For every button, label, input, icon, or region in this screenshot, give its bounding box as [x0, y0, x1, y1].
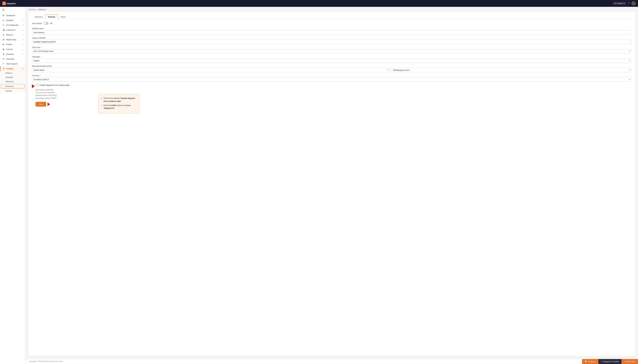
chevron-down-icon: ▾ [624, 2, 625, 4]
toggle-slider [44, 22, 49, 25]
sidebar-item-master-data[interactable]: ⊕ Master Data ▾ [0, 37, 26, 42]
sidebar-item-empower[interactable]: ⚙ Empower ▾ [0, 52, 26, 56]
instance-name-input[interactable] [32, 30, 632, 35]
hamburger-menu[interactable]: ☰ [0, 7, 26, 13]
sidebar-item-help[interactable]: ? Help+Support [0, 61, 26, 66]
timezone-select[interactable]: UTC -07:00 Pacific Time UTC -08:00 Pacif… [32, 49, 632, 54]
instance-icon: 🖥 [614, 2, 616, 4]
instance-identifier-input[interactable] [32, 40, 632, 44]
language-select[interactable]: English Spanish French [32, 58, 632, 63]
settings-icon: ⚙ [3, 68, 5, 70]
save-button[interactable]: Save [36, 102, 46, 106]
tab-settings[interactable]: Settings [45, 14, 58, 19]
tab-about[interactable]: About [58, 14, 68, 19]
help-icon[interactable]: ? [628, 2, 629, 5]
sidebar-item-resolve[interactable]: ◎ Resolve ▾ [0, 32, 26, 37]
app-layout: ☰ ⊞ Dashboard ⇄ Dataflow ▾ ✦ AI Configur… [0, 7, 638, 364]
app-logo[interactable]: S skypoint [2, 2, 16, 5]
instance-name-row: Instance name [32, 28, 632, 35]
footer-copyright: Copyright © 2024 Skypoint. All rights re… [29, 360, 63, 362]
enable-ai-label[interactable]: Enable Skypoint AI for instance data [40, 84, 69, 86]
logo-text: skypoint [7, 2, 16, 5]
breadcrumb-separator: > [36, 8, 37, 10]
currency-label: Currency * [32, 74, 632, 76]
chevron-icon: ▾ [23, 53, 23, 55]
chevron-icon: ▾ [23, 48, 23, 50]
sidebar-item-settings[interactable]: ⚙ Settings ▴ [0, 66, 26, 71]
timezone-required: * [41, 46, 41, 48]
autorefresh-status: Off [50, 22, 52, 24]
sidebar-subitem-schedule[interactable]: Schedule [0, 75, 26, 80]
activate-icon: ◆ [3, 48, 5, 50]
copilot-button[interactable]: ✦ Skypoint AI Copilot [598, 359, 621, 364]
enable-ai-checkbox[interactable] [36, 84, 38, 86]
sidebar-item-ai-configurator[interactable]: ✦ AI Configurator ▾ [0, 22, 26, 28]
help-label: Need help? [626, 360, 635, 362]
time-preview: Time preview: 8:30:00 AM [36, 91, 632, 94]
instance-identifier-row: Instance identifier [32, 37, 632, 44]
currency-select[interactable]: US Dollar (USD) $ Euro (EUR) € British P… [32, 77, 632, 82]
date-country-select[interactable]: United States United Kingdom [32, 68, 390, 72]
sidebar-subitem-platform[interactable]: Platform [0, 71, 26, 75]
lakehouse-icon: 🏠 [3, 29, 5, 31]
date-format-required: * [52, 65, 52, 67]
help-icon-btn: ? [624, 360, 625, 362]
enable-ai-row: Enable Skypoint AI for instance data [32, 84, 632, 88]
sidebar-label-settings: Settings [6, 68, 21, 70]
breadcrumb-current: Instances [38, 8, 46, 10]
predict-icon: ◈ [3, 43, 5, 46]
autorefresh-toggle[interactable] [44, 22, 49, 25]
resolve-icon: ◎ [3, 34, 5, 36]
footer-link[interactable]: Skypoint [42, 360, 49, 362]
help-button[interactable]: ? Need help? [621, 359, 638, 364]
feedback-icon: 💬 [585, 360, 587, 362]
breadcrumb-parent[interactable]: Settings [29, 8, 36, 10]
callout-bullet-1: Tick the box labeled 'Enable Skypoint AI… [104, 97, 137, 103]
automate-icon: ↺ [3, 58, 5, 60]
footer: Copyright © 2024 Skypoint. All rights re… [26, 358, 638, 364]
enable-ai-checkbox-row: Enable Skypoint AI for instance data [36, 84, 69, 86]
instance-identifier-label: Instance identifier [32, 37, 632, 39]
copilot-icon: ✦ [601, 360, 602, 362]
autorefresh-row: Auto refresh Off [32, 22, 632, 25]
sidebar-item-dashboard[interactable]: ⊞ Dashboard [0, 13, 26, 18]
sidebar-label-resolve: Resolve [6, 34, 21, 36]
breadcrumb: Settings > Instances [26, 7, 638, 12]
sidebar-label-master-data: Master Data [6, 38, 21, 41]
sidebar-label-ai: AI Configurator [6, 24, 21, 26]
feedback-label: Feedback [588, 360, 596, 362]
instance-label: Instance [617, 2, 623, 4]
chevron-icon: ▾ [23, 29, 23, 31]
sidebar-subitem-instances[interactable]: Instances [1, 84, 25, 88]
dataflow-icon: ⇄ [3, 19, 5, 21]
help-support-icon: ? [3, 62, 5, 65]
sidebar-item-activate[interactable]: ◆ Activate ▾ [0, 47, 26, 52]
avatar[interactable] [631, 1, 636, 6]
sidebar-subitem-billing[interactable]: Billing Info [0, 80, 26, 84]
ai-icon: ✦ [3, 24, 5, 26]
sidebar-label-dataflow: Dataflow [6, 19, 21, 21]
master-data-icon: ⊕ [3, 38, 5, 41]
date-pattern-select[interactable]: MM/dd/yyyy h:mm tt dd/MM/yyyy HH:mm [392, 68, 632, 72]
sidebar-item-lakehouse[interactable]: 🏠 Lakehouse ▾ [0, 28, 26, 32]
language-row: Language * English Spanish French [32, 56, 632, 63]
sidebar-label-predict: Predict [6, 44, 21, 46]
topnav-right: 🖥 Instance ▾ ? [613, 1, 636, 6]
tab-bar: Instances Settings About [32, 14, 632, 19]
feedback-button[interactable]: 💬 Feedback [582, 359, 598, 364]
sidebar-subitem-tenants[interactable]: Tenants [0, 89, 26, 93]
instance-selector[interactable]: 🖥 Instance ▾ [613, 2, 626, 5]
sidebar-label-help: Help+Support [6, 63, 23, 65]
dashboard-icon: ⊞ [3, 14, 5, 16]
format-selects: United States United Kingdom MM/dd/yyyy … [32, 68, 632, 72]
sidebar-item-predict[interactable]: ◈ Predict ▾ [0, 42, 26, 47]
bottom-bar: 💬 Feedback ✦ Skypoint AI Copilot ? Need … [582, 359, 638, 364]
tab-instances[interactable]: Instances [32, 14, 45, 19]
sidebar-item-automate[interactable]: ↺ Automate [0, 56, 26, 61]
autorefresh-label: Auto refresh [32, 22, 42, 24]
chevron-icon: ▾ [23, 24, 23, 26]
currency-required: * [40, 74, 40, 76]
date-format-label: Date and number format * [32, 65, 632, 67]
chevron-icon: ▾ [23, 39, 23, 40]
sidebar-item-dataflow[interactable]: ⇄ Dataflow ▾ [0, 18, 26, 22]
